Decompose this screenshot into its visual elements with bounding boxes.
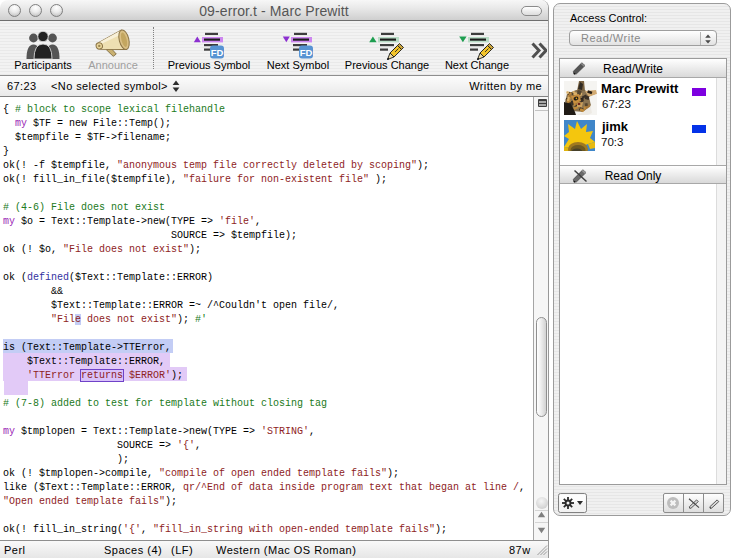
svg-text:FD: FD <box>211 46 224 57</box>
svg-text:FD: FD <box>300 46 313 57</box>
